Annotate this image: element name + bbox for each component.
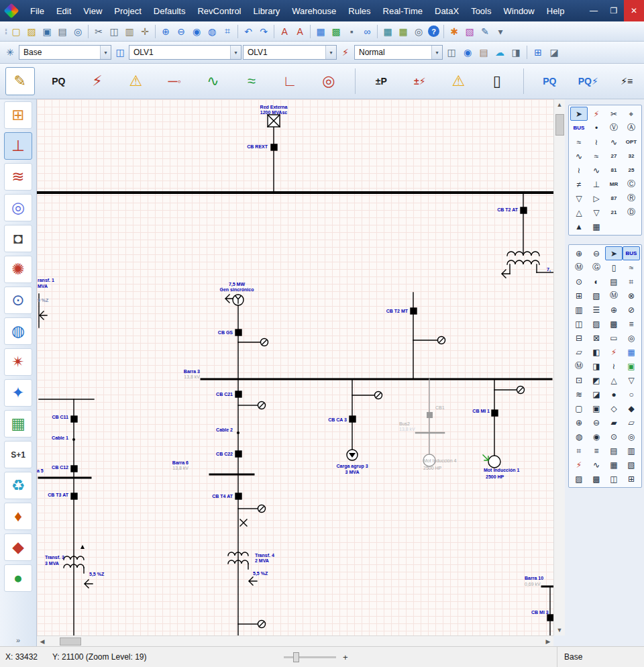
chevron-down-icon[interactable]: ▾ [325,46,336,59]
menu-library[interactable]: Library [248,0,286,21]
dc-short-circuit-tool[interactable]: PQ⚡ [574,67,603,95]
edit-pencil-tool[interactable]: ✎ [5,67,35,95]
menu-rules[interactable]: Rules [342,0,376,21]
palette1-relay-d-icon[interactable]: Ⓓ [623,205,640,219]
config-select[interactable]: OLV1▾ [129,45,241,60]
palette2-item-15[interactable]: ⊗ [623,289,640,303]
menu-project[interactable]: Project [108,0,147,21]
palette2-item-51[interactable]: ▱ [623,415,640,429]
loading-category-icon[interactable]: ⚡ [338,45,353,60]
palette1-relay-27-icon[interactable]: 27 [605,149,623,163]
palette2-item-53[interactable]: ◉ [588,429,605,444]
menu-real-time[interactable]: Real-Time [377,0,429,21]
palette2-item-56[interactable]: ⌗ [570,444,588,458]
palette1-ammeter-icon[interactable]: Ⓐ [623,121,640,135]
cb-t4-at-breaker[interactable] [235,493,241,499]
scroll-down-icon[interactable]: ▼ [554,625,565,635]
palette2-item-8[interactable]: ⊙ [570,274,588,289]
palette2-item-43[interactable]: ○ [623,387,640,401]
palette2-item-46[interactable]: ◇ [605,401,623,415]
scroll-right-icon[interactable]: ▶ [543,636,553,647]
sidebar-cable-pulling[interactable]: ⊙ [4,287,32,314]
palette2-item-63[interactable]: ▧ [623,458,640,472]
transient-stability-tool[interactable]: ≈ [237,67,266,95]
palette2-item-22[interactable]: ▩ [605,317,623,331]
menu-help[interactable]: Help [541,0,571,21]
sidebar-arc-flash-result[interactable]: ✺ [4,256,32,283]
palette2-item-58[interactable]: ▤ [605,444,623,458]
palette1-item-17[interactable]: ∿ [588,163,605,177]
palette1-item-34[interactable] [605,219,623,234]
generator-gen-sincronico[interactable] [225,295,268,379]
palette2-item-52[interactable]: ◍ [570,429,588,444]
palette2-item-37[interactable]: ◩ [588,373,605,387]
cb-c21-breaker[interactable] [235,391,241,397]
palette2-item-67[interactable]: ⊞ [623,472,640,486]
cb-ca-3-breaker[interactable] [350,416,356,422]
zoom-dynamic-icon[interactable]: ◍ [205,24,219,39]
palette1-item-25[interactable]: ▷ [588,191,605,205]
palette2-item-40[interactable]: ≋ [570,387,588,401]
palette1-node-icon[interactable]: • [588,121,605,135]
palette2-item-30[interactable]: ⚡ [605,345,623,359]
revision-select[interactable]: Normal▾ [354,45,443,60]
load-carga-agrup-3[interactable] [347,379,382,460]
close-button[interactable]: ✕ [624,0,644,21]
palette2-item-16[interactable]: ▥ [570,303,588,317]
palette2-item-55[interactable]: ◎ [623,429,640,444]
print-icon[interactable]: ▤ [55,24,70,39]
palette2-item-65[interactable]: ▩ [588,472,605,486]
sidebar-gis-globe[interactable]: ◍ [4,317,32,345]
palette2-item-13[interactable]: ▧ [588,289,605,303]
harmonic-analysis-tool[interactable]: ∿ [199,67,228,95]
palette1-select-icon[interactable]: ➤ [570,107,588,121]
palette2-item-18[interactable]: ⊕ [605,303,623,317]
menu-tools[interactable]: Tools [465,0,497,21]
palette2-bus-icon[interactable]: BUS [623,246,640,260]
unbalanced-fault-tool[interactable]: ±⚡ [405,67,435,95]
horizontal-scrollbar[interactable]: ◀ ▶ [37,635,553,646]
help-icon[interactable]: ? [428,25,439,37]
palette2-item-32[interactable]: Ⓜ [570,359,588,373]
menu-edit[interactable]: Edit [50,0,77,21]
menu-datax[interactable]: DataX [429,0,465,21]
sidebar-oneline-presentation[interactable]: ⊥ [4,132,32,160]
palette2-item-25[interactable]: ⊠ [588,331,605,345]
zoom-in-plus-button[interactable]: + [343,652,348,662]
palette2-item-29[interactable]: ◧ [588,345,605,359]
grid-display-icon[interactable]: ▦ [313,24,328,39]
base-data-icon[interactable]: ◫ [444,45,459,60]
palette2-select-icon[interactable]: ➤ [605,246,623,260]
barra-10-branch[interactable] [542,586,553,635]
palette2-item-21[interactable]: ▨ [588,317,605,331]
palette1-target-icon[interactable]: ⌖ [623,107,640,121]
scroll-left-icon[interactable]: ◀ [37,636,48,647]
datablock-edit-icon[interactable]: ▦ [396,24,411,39]
zoom-slider-track[interactable] [284,656,336,658]
dc-load-flow-tool[interactable]: PQ [535,67,565,95]
palette2-item-50[interactable]: ▰ [605,415,623,429]
palette2-item-61[interactable]: ∿ [588,458,605,472]
menu-view[interactable]: View [77,0,108,21]
palette2-item-48[interactable]: ⊕ [570,415,588,429]
sidebar-expand-icon[interactable]: » [16,636,20,646]
sidebar-datablock-plot[interactable]: ◎ [4,194,32,221]
cb-c22-breaker[interactable] [235,451,241,457]
save-icon[interactable]: ▣ [40,24,54,39]
paste-icon[interactable]: ▥ [122,24,137,39]
palette1-cut-element-icon[interactable]: ✂ [605,107,623,121]
palette2-item-14[interactable]: Ⓜ [605,289,623,303]
oneline-canvas[interactable]: Red Externa1200 MVAscCB REXTCB T2 AT7,CB… [37,99,553,635]
presentation-select[interactable]: Base▾ [19,45,111,60]
palette2-item-44[interactable]: ▢ [570,401,588,415]
hyperlink-icon[interactable]: ∞ [360,24,374,39]
vertical-scroll-thumb[interactable] [555,114,564,136]
motor-starting-tool[interactable]: ∟ [276,67,305,95]
t2-transformer-branch[interactable] [502,193,553,278]
cut-icon[interactable]: ✂ [91,24,106,39]
dc-arc-flash-tool[interactable]: ⚠ [444,67,474,95]
palette1-bus-icon[interactable]: BUS [570,121,588,135]
zoom-extents-icon[interactable]: ⌗ [220,24,235,39]
minimize-button[interactable]: — [584,0,604,21]
study-case-select[interactable]: OLV1▾ [243,45,337,60]
